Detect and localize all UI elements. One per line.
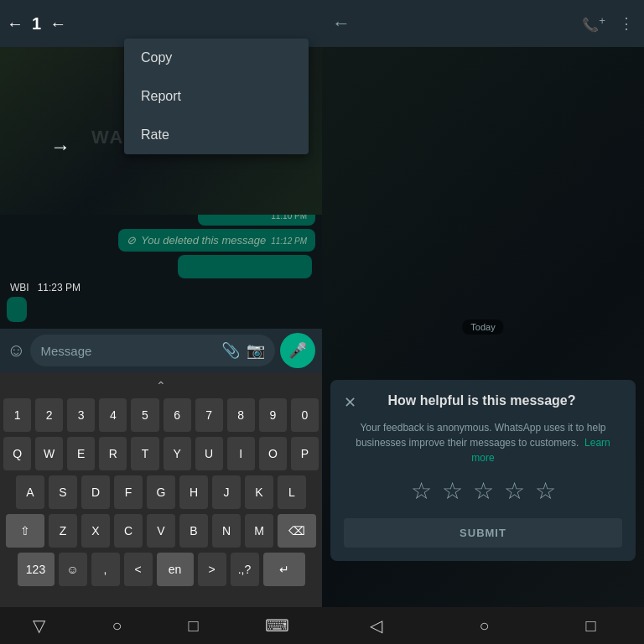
rating-close-button[interactable]: ✕ xyxy=(344,393,356,412)
wbi-time: 11:23 PM xyxy=(38,282,80,293)
kb-number-row: 1 2 3 4 5 6 7 8 9 0 xyxy=(3,398,319,432)
right-nav-recents-icon[interactable]: □ xyxy=(585,616,595,636)
num-switch-key[interactable]: 123 xyxy=(18,553,55,586)
right-back-button[interactable]: ← xyxy=(332,13,351,34)
today-label: Today xyxy=(462,319,503,335)
rating-title: How helpful is this message? xyxy=(356,393,607,408)
mic-button[interactable]: 🎤 xyxy=(280,333,315,368)
comma-key[interactable]: , xyxy=(91,553,120,586)
rating-description: Your feedback is anonymous. WhatsApp use… xyxy=(344,420,622,465)
key-e[interactable]: E xyxy=(67,437,95,470)
kb-qwerty-row: Q W E R T Y U I O P xyxy=(3,437,319,470)
key-y[interactable]: Y xyxy=(164,437,191,470)
star-2[interactable]: ☆ xyxy=(442,477,463,505)
key-z[interactable]: Z xyxy=(49,514,77,548)
shift-key[interactable]: ⇧ xyxy=(6,514,44,548)
key-0[interactable]: 0 xyxy=(291,398,319,432)
context-menu-copy[interactable]: Copy xyxy=(124,39,309,77)
no-entry-icon: ⊘ xyxy=(127,234,136,247)
key-a[interactable]: A xyxy=(16,475,44,509)
message-input-field[interactable]: Message 📎 📷 xyxy=(30,335,275,366)
star-5[interactable]: ☆ xyxy=(535,477,556,505)
key-c[interactable]: C xyxy=(114,514,143,548)
key-v[interactable]: V xyxy=(147,514,175,548)
enter-key[interactable]: ↵ xyxy=(263,553,305,586)
key-4[interactable]: 4 xyxy=(99,398,127,432)
key-n[interactable]: N xyxy=(212,514,241,548)
star-3[interactable]: ☆ xyxy=(473,477,494,505)
attach-icon[interactable]: 📎 xyxy=(221,341,240,360)
key-q[interactable]: Q xyxy=(3,437,31,470)
key-2[interactable]: 2 xyxy=(35,398,63,432)
chevron-right-key[interactable]: > xyxy=(198,553,226,586)
key-l[interactable]: L xyxy=(278,475,306,509)
key-x[interactable]: X xyxy=(81,514,110,548)
key-i[interactable]: I xyxy=(227,437,255,470)
context-menu-rate[interactable]: Rate xyxy=(124,116,309,154)
key-g[interactable]: G xyxy=(147,475,175,509)
key-7[interactable]: 7 xyxy=(195,398,223,432)
delete-key[interactable]: ⌫ xyxy=(278,514,316,548)
key-m[interactable]: M xyxy=(245,514,273,548)
nav-back-icon[interactable]: ▽ xyxy=(33,615,45,636)
message-placeholder: Message xyxy=(40,344,215,358)
key-f[interactable]: F xyxy=(114,475,143,509)
right-nav-home-icon[interactable]: ○ xyxy=(479,616,489,636)
emoji-key[interactable]: ☺ xyxy=(59,553,87,586)
key-w[interactable]: W xyxy=(35,437,63,470)
kb-suggestions-row: ⌃ xyxy=(0,376,322,396)
kb-asdf-row: A S D F G H J K L xyxy=(3,475,319,509)
input-bar: ☺ Message 📎 📷 🎤 xyxy=(0,329,322,372)
kb-zxcv-row: ⇧ Z X C V B N M ⌫ xyxy=(3,514,319,548)
camera-icon[interactable]: 📷 xyxy=(247,341,265,360)
key-b[interactable]: B xyxy=(179,514,208,548)
right-nav-back-icon[interactable]: ◁ xyxy=(370,615,382,636)
chat-number: 1 xyxy=(32,14,41,34)
punctuation-key[interactable]: .,? xyxy=(231,553,259,586)
right-header-actions: 📞+ ⋮ xyxy=(582,14,634,33)
key-h[interactable]: H xyxy=(179,475,208,509)
more-options-icon[interactable]: ⋮ xyxy=(619,14,634,33)
back-button[interactable]: ← xyxy=(7,14,23,34)
key-5[interactable]: 5 xyxy=(131,398,158,432)
left-nav-bar: ▽ ○ □ ⌨ xyxy=(0,607,322,644)
right-nav-bar: ◁ ○ □ xyxy=(322,607,644,644)
star-4[interactable]: ☆ xyxy=(504,477,525,505)
deleted-text: You deleted this message xyxy=(141,234,266,247)
right-chat-header: ← 📞+ ⋮ xyxy=(322,0,644,47)
star-1[interactable]: ☆ xyxy=(411,477,432,505)
key-t[interactable]: T xyxy=(131,437,158,470)
key-6[interactable]: 6 xyxy=(164,398,191,432)
keyboard: ⌃ 1 2 3 4 5 6 7 8 9 0 Q W E R T Y U I O … xyxy=(0,372,322,607)
key-9[interactable]: 9 xyxy=(259,398,287,432)
wbi-bubble xyxy=(7,297,27,322)
mic-icon: 🎤 xyxy=(288,341,307,360)
key-1[interactable]: 1 xyxy=(3,398,31,432)
key-j[interactable]: J xyxy=(212,475,241,509)
message-time-2: 11:12 PM xyxy=(271,236,307,246)
chevron-left-key[interactable]: < xyxy=(124,553,153,586)
key-3[interactable]: 3 xyxy=(67,398,95,432)
rating-card: ✕ How helpful is this message? Your feed… xyxy=(330,380,636,561)
key-p[interactable]: P xyxy=(291,437,319,470)
key-k[interactable]: K xyxy=(245,475,273,509)
key-8[interactable]: 8 xyxy=(227,398,255,432)
nav-home-icon[interactable]: ○ xyxy=(112,616,122,636)
emoji-button[interactable]: ☺ xyxy=(7,340,25,361)
context-menu-report[interactable]: Report xyxy=(124,77,309,116)
forward-icon: ← xyxy=(49,14,66,34)
right-panel: ← 📞+ ⋮ Today ✕ How helpful is this messa… xyxy=(322,0,644,644)
key-d[interactable]: D xyxy=(81,475,110,509)
add-call-icon[interactable]: 📞+ xyxy=(582,14,605,33)
key-r[interactable]: R xyxy=(99,437,127,470)
kb-expand-icon[interactable]: ⌃ xyxy=(156,379,166,392)
nav-recents-icon[interactable]: □ xyxy=(188,616,198,636)
key-u[interactable]: U xyxy=(195,437,223,470)
key-s[interactable]: S xyxy=(49,475,77,509)
left-panel: ← 1 ← Copy Report Rate WABETAINFO → 11:1… xyxy=(0,0,322,644)
submit-button[interactable]: SUBMIT xyxy=(344,518,622,548)
nav-keyboard-icon[interactable]: ⌨ xyxy=(265,615,289,636)
key-o[interactable]: O xyxy=(259,437,287,470)
lang-key[interactable]: en xyxy=(157,553,194,586)
right-chat-area: Today ✕ How helpful is this message? You… xyxy=(322,47,644,607)
